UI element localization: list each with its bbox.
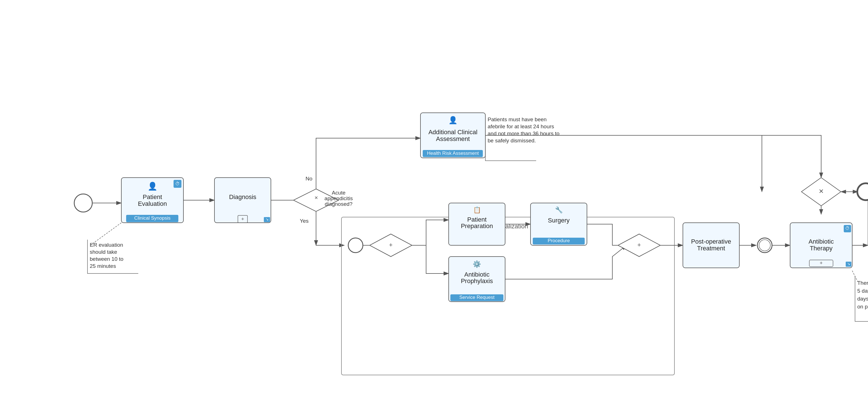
svg-text:↘: ↘ <box>847 262 850 266</box>
annotation-patients-afebrile: Patients must have been afebrile for at … <box>485 115 560 161</box>
patient-preparation-task[interactable]: 📋 Patient Preparation <box>449 203 505 245</box>
svg-text:Therapy: Therapy <box>810 245 833 252</box>
additional-clinical-task[interactable]: 👤 Additional Clinical Assessment Health … <box>421 113 485 158</box>
svg-text:Patient: Patient <box>467 216 487 223</box>
intermediate-event <box>757 238 772 252</box>
svg-text:🔧: 🔧 <box>555 206 563 214</box>
svg-text:Yes: Yes <box>300 218 309 224</box>
gateway-end[interactable]: ✕ <box>801 178 841 206</box>
svg-text:Antibiotic: Antibiotic <box>464 271 489 278</box>
start-event <box>74 194 92 212</box>
svg-text:📋: 📋 <box>473 206 481 214</box>
post-operative-task[interactable]: Post-operative Treatment <box>683 223 739 268</box>
diagnosis-task[interactable]: Diagnosis + ↘ <box>214 178 271 223</box>
svg-text:+: + <box>241 216 244 222</box>
annotation-er-evaluation: ER evaluation should take between 10 to … <box>88 240 138 273</box>
svg-text:⏱: ⏱ <box>845 226 850 231</box>
svg-text:⏱: ⏱ <box>175 181 180 186</box>
svg-text:should take: should take <box>90 249 117 255</box>
svg-text:Procedure: Procedure <box>548 238 570 243</box>
parallel-split[interactable]: + <box>370 234 412 257</box>
svg-text:+: + <box>820 260 823 266</box>
svg-text:Treatment: Treatment <box>697 245 725 252</box>
svg-text:days depending: days depending <box>857 296 868 302</box>
svg-text:appendicitis: appendicitis <box>324 195 353 201</box>
svg-text:afebrile for at least 24 hours: afebrile for at least 24 hours <box>488 124 554 129</box>
svg-text:Patient: Patient <box>143 194 162 200</box>
diagram-canvas: ⏱ 👤 Patient Evaluation Clinical Synopsis… <box>0 0 868 406</box>
svg-text:✕: ✕ <box>818 188 824 195</box>
svg-text:on protocol: on protocol <box>857 304 868 310</box>
svg-text:Diagnosis: Diagnosis <box>229 194 256 200</box>
svg-text:Surgery: Surgery <box>548 217 569 224</box>
svg-text:Additional Clinical: Additional Clinical <box>428 129 477 136</box>
svg-text:Evaluation: Evaluation <box>138 200 167 207</box>
svg-text:Patients must have been: Patients must have been <box>488 116 547 122</box>
patient-evaluation-task[interactable]: ⏱ 👤 Patient Evaluation Clinical Synopsis <box>121 178 183 223</box>
antibiotic-prophylaxis-task[interactable]: ⚙️ Antibiotic Prophylaxis Service Reques… <box>449 257 505 302</box>
svg-text:Acute: Acute <box>332 190 346 196</box>
annotation-therapy-duration: Therapy lasts 3- 5 days or 5-9 days depe… <box>855 276 868 322</box>
svg-text:Clinical Synopsis: Clinical Synopsis <box>134 215 171 221</box>
svg-text:25 minutes: 25 minutes <box>90 263 116 269</box>
antibiotic-therapy-task[interactable]: ⏱ Antibiotic Therapy + ↘ <box>790 223 852 268</box>
svg-text:Service Request: Service Request <box>459 295 495 300</box>
svg-text:Antibiotic: Antibiotic <box>808 238 834 245</box>
hosp-start-event <box>348 238 363 252</box>
svg-text:✕: ✕ <box>314 195 318 200</box>
svg-text:👤: 👤 <box>448 115 458 125</box>
svg-text:Therapy lasts 3-: Therapy lasts 3- <box>857 280 868 286</box>
svg-text:ER evaluation: ER evaluation <box>90 242 123 248</box>
svg-text:Assessment: Assessment <box>436 135 470 142</box>
svg-text:👤: 👤 <box>148 181 157 191</box>
svg-text:Preparation: Preparation <box>461 223 493 230</box>
svg-text:diagnosed?: diagnosed? <box>325 201 352 207</box>
svg-text:+: + <box>638 241 641 248</box>
svg-text:Prophylaxis: Prophylaxis <box>461 277 493 284</box>
svg-text:5 days or 5-9: 5 days or 5-9 <box>857 288 868 294</box>
svg-text:be safely dismissed.: be safely dismissed. <box>488 138 536 143</box>
end-event <box>857 183 868 200</box>
svg-text:+: + <box>389 241 393 248</box>
svg-text:between 10 to: between 10 to <box>90 256 123 262</box>
svg-text:Health Risk Assessment: Health Risk Assessment <box>427 150 479 156</box>
parallel-join[interactable]: + <box>618 234 660 257</box>
svg-text:↘: ↘ <box>266 217 269 221</box>
svg-text:Post-operative: Post-operative <box>691 238 731 245</box>
svg-text:⚙️: ⚙️ <box>473 260 481 268</box>
svg-text:No: No <box>306 176 312 181</box>
surgery-task[interactable]: 🔧 Surgery Procedure <box>530 203 587 245</box>
